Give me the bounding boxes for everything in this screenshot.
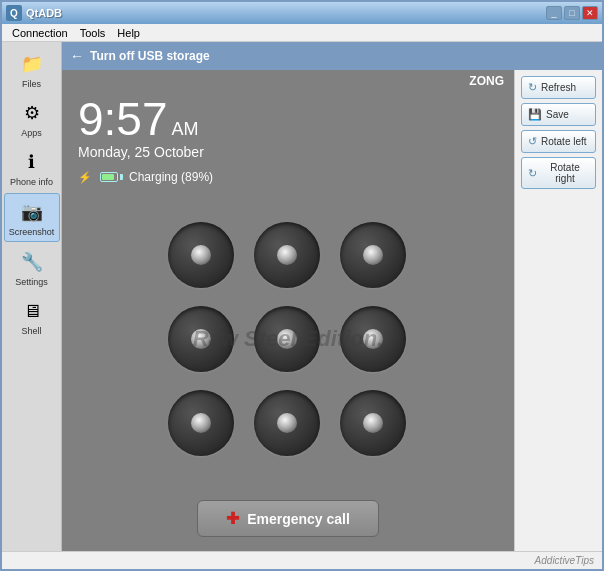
rotate-left-button[interactable]: ↺ Rotate left (521, 130, 596, 153)
pattern-area: Raw Steel Edition. (62, 188, 514, 490)
clock-time: 9:57 AM (78, 96, 498, 142)
window-title: QtADB (26, 7, 62, 19)
sidebar: 📁 Files ⚙ Apps ℹ Phone info 📷 Screenshot… (2, 42, 62, 551)
save-icon: 💾 (528, 108, 542, 121)
phoneinfo-icon: ℹ (18, 148, 46, 176)
sidebar-item-phoneinfo[interactable]: ℹ Phone info (4, 144, 60, 191)
sidebar-label-screenshot: Screenshot (9, 227, 55, 237)
apps-icon: ⚙ (18, 99, 46, 127)
sidebar-item-files[interactable]: 📁 Files (4, 46, 60, 93)
dot-2[interactable] (254, 222, 320, 288)
settings-icon: 🔧 (18, 248, 46, 276)
content: ← Turn off USB storage ZONG 9:57 AM (62, 42, 602, 551)
rotate-left-label: Rotate left (541, 136, 587, 147)
dot-5[interactable] (254, 306, 320, 372)
battery-icon (100, 172, 123, 182)
dot-1[interactable] (168, 222, 234, 288)
battery-tip (120, 174, 123, 180)
sidebar-label-settings: Settings (15, 277, 48, 287)
dot-8[interactable] (254, 390, 320, 456)
screenshot-icon: 📷 (18, 198, 46, 226)
battery-bar: ⚡ Charging (89%) (62, 166, 514, 188)
refresh-icon: ↻ (528, 81, 537, 94)
phone-screen: ZONG 9:57 AM Monday, 25 October ⚡ (62, 70, 514, 551)
save-button[interactable]: 💾 Save (521, 103, 596, 126)
lightning-icon: ⚡ (78, 171, 92, 184)
screenshot-area: ZONG 9:57 AM Monday, 25 October ⚡ (62, 70, 602, 551)
menu-bar: Connection Tools Help (2, 24, 602, 42)
sidebar-label-phoneinfo: Phone info (10, 177, 53, 187)
time-digits: 9:57 (78, 96, 168, 142)
emergency-call-button[interactable]: ✚ Emergency call (197, 500, 379, 537)
refresh-button[interactable]: ↻ Refresh (521, 76, 596, 99)
emergency-call-label: Emergency call (247, 511, 350, 527)
refresh-label: Refresh (541, 82, 576, 93)
rotate-right-label: Rotate right (541, 162, 589, 184)
sidebar-label-files: Files (22, 79, 41, 89)
title-bar: Q QtADB _ □ ✕ (2, 2, 602, 24)
battery-text: Charging (89%) (129, 170, 213, 184)
phone-status-bar: ZONG (62, 70, 514, 92)
title-bar-left: Q QtADB (6, 5, 62, 21)
shell-icon: 🖥 (18, 297, 46, 325)
app-icon: Q (6, 5, 22, 21)
battery-body (100, 172, 118, 182)
main-window: Q QtADB _ □ ✕ Connection Tools Help 📁 Fi… (0, 0, 604, 571)
emergency-cross-icon: ✚ (226, 509, 239, 528)
dot-3[interactable] (340, 222, 406, 288)
window-status-bar: AddictiveTips (2, 551, 602, 569)
dot-7[interactable] (168, 390, 234, 456)
rotate-right-button[interactable]: ↻ Rotate right (521, 157, 596, 189)
sidebar-label-apps: Apps (21, 128, 42, 138)
files-icon: 📁 (18, 50, 46, 78)
top-bar-title: Turn off USB storage (90, 49, 210, 63)
dot-6[interactable] (340, 306, 406, 372)
right-panel: ↻ Refresh 💾 Save ↺ Rotate left ↻ Rotate … (514, 70, 602, 551)
rotate-right-icon: ↻ (528, 167, 537, 180)
emergency-area: ✚ Emergency call (62, 490, 514, 551)
rotate-left-icon: ↺ (528, 135, 537, 148)
back-icon[interactable]: ← (70, 48, 84, 64)
ampm-label: AM (172, 120, 199, 138)
dot-9[interactable] (340, 390, 406, 456)
battery-fill (102, 174, 114, 180)
carrier-text: ZONG (469, 74, 504, 88)
clock-date: Monday, 25 October (78, 144, 498, 160)
dot-grid (168, 222, 408, 456)
main-area: 📁 Files ⚙ Apps ℹ Phone info 📷 Screenshot… (2, 42, 602, 551)
clock-area: 9:57 AM Monday, 25 October (62, 92, 514, 166)
sidebar-item-settings[interactable]: 🔧 Settings (4, 244, 60, 291)
close-button[interactable]: ✕ (582, 6, 598, 20)
minimize-button[interactable]: _ (546, 6, 562, 20)
maximize-button[interactable]: □ (564, 6, 580, 20)
title-bar-buttons: _ □ ✕ (546, 6, 598, 20)
menu-connection[interactable]: Connection (6, 26, 74, 40)
sidebar-item-screenshot[interactable]: 📷 Screenshot (4, 193, 60, 242)
dot-4[interactable] (168, 306, 234, 372)
addictive-tips-text: AddictiveTips (535, 555, 594, 566)
sidebar-item-apps[interactable]: ⚙ Apps (4, 95, 60, 142)
menu-help[interactable]: Help (111, 26, 146, 40)
sidebar-item-shell[interactable]: 🖥 Shell (4, 293, 60, 340)
sidebar-label-shell: Shell (21, 326, 41, 336)
top-bar: ← Turn off USB storage (62, 42, 602, 70)
save-label: Save (546, 109, 569, 120)
menu-tools[interactable]: Tools (74, 26, 112, 40)
